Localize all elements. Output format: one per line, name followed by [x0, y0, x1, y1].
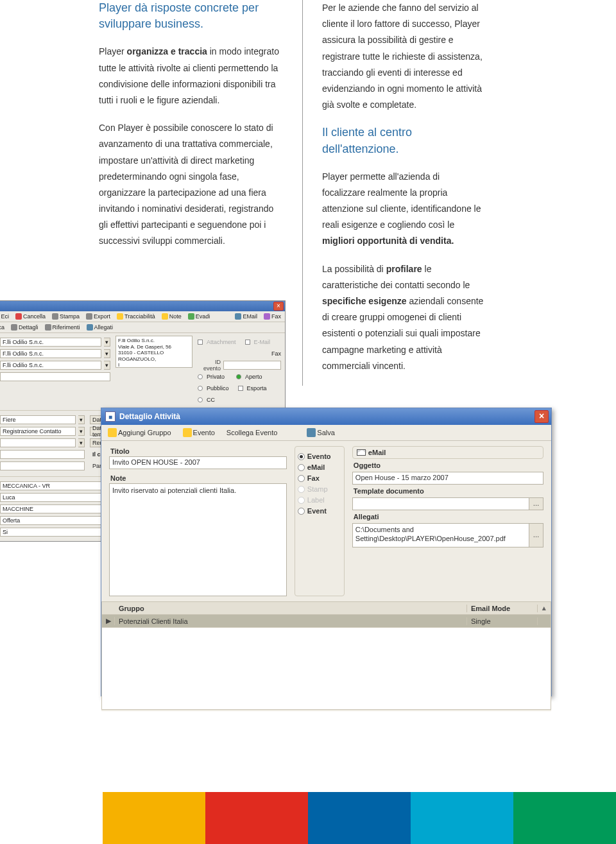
- check-icon: [188, 313, 194, 320]
- right-panel: eMail Oggetto Open House - 15 marzo 2007…: [352, 446, 543, 596]
- checkbox[interactable]: [198, 340, 203, 345]
- col-emailmode[interactable]: Email Mode: [467, 605, 538, 612]
- evadi-button[interactable]: Evadi: [188, 313, 210, 320]
- label: Anagrafica: [0, 324, 4, 331]
- note-button[interactable]: Note: [162, 313, 182, 320]
- radio-label[interactable]: Label: [298, 496, 341, 504]
- note-textarea[interactable]: Invito riservato ai potenziali clienti I…: [109, 483, 287, 596]
- radio-event[interactable]: Event: [298, 507, 341, 515]
- email-button[interactable]: EMail: [235, 313, 257, 320]
- label: Salva: [317, 429, 335, 436]
- app-icon: ■: [105, 411, 116, 422]
- radio[interactable]: [198, 386, 203, 391]
- tab-allegati[interactable]: Allegati: [87, 324, 114, 331]
- radio-fax[interactable]: Fax: [298, 474, 341, 482]
- label: Scollega Evento: [227, 429, 278, 436]
- grid-body-empty[interactable]: [101, 628, 551, 710]
- save-exit-button[interactable]: Salva ed Eci: [0, 313, 9, 320]
- contatto-field[interactable]: F.lli Odilio S.n.c.: [0, 349, 101, 358]
- checkbox[interactable]: [245, 340, 250, 345]
- template-input[interactable]: [352, 497, 529, 510]
- titlebar[interactable]: ■ Dettaglio Attività ×: [101, 408, 551, 425]
- lbl-template: Template documento: [354, 487, 543, 495]
- add-group-button[interactable]: Aggiungi Gruppo: [108, 428, 171, 437]
- radio-icon: [298, 464, 305, 471]
- titlebar[interactable]: vent ×: [0, 301, 285, 311]
- mail-icon: [235, 313, 241, 320]
- causa-field[interactable]: Fiere: [0, 415, 76, 424]
- label: eMail: [307, 463, 325, 471]
- label: Riferimenti: [53, 324, 80, 331]
- sede-field[interactable]: F.lli Odilio S.n.c.: [0, 361, 101, 370]
- text: aziendali consente di creare gruppi omog…: [322, 296, 483, 371]
- scollega-button[interactable]: Scollega Evento: [227, 429, 278, 436]
- trace-button[interactable]: Tracciabilità: [117, 313, 155, 320]
- dropdown-icon[interactable]: ▾: [104, 361, 110, 370]
- checkbox[interactable]: [238, 386, 243, 391]
- tab-anagrafica[interactable]: Anagrafica: [0, 324, 4, 331]
- tab-dettagli[interactable]: Dettagli: [11, 324, 38, 331]
- radio[interactable]: [198, 397, 203, 402]
- color-blue: [308, 792, 411, 844]
- evento-button[interactable]: Evento: [183, 428, 215, 437]
- aprogetti-field[interactable]: [0, 461, 85, 470]
- row-marker-icon: ▶: [102, 617, 115, 625]
- fax-icon: [264, 313, 270, 320]
- dropdown-icon[interactable]: ▾: [78, 415, 85, 424]
- col-gruppo[interactable]: Gruppo: [115, 605, 467, 612]
- radio-selected[interactable]: [236, 374, 241, 379]
- sort-icon[interactable]: ▴: [538, 604, 551, 612]
- fax-button[interactable]: Fax: [264, 313, 281, 320]
- oggetto-input[interactable]: Open House - 15 marzo 2007: [352, 472, 543, 485]
- label: Tracciabilità: [124, 313, 155, 320]
- label: EMail: [243, 313, 257, 320]
- mail-icon: [357, 449, 366, 456]
- radio-evento[interactable]: Evento: [298, 452, 341, 460]
- tipo-field[interactable]: Registrazione Contatto: [0, 427, 76, 436]
- radio-stamp[interactable]: Stamp: [298, 485, 341, 493]
- color-green: [513, 792, 616, 844]
- tab-riferimenti[interactable]: Riferimenti: [45, 324, 80, 331]
- save-button[interactable]: Salva: [307, 428, 335, 437]
- label: Export: [94, 313, 110, 320]
- event-icon: [183, 428, 192, 437]
- close-icon[interactable]: ×: [535, 410, 549, 423]
- lbl-privato: Privato: [207, 374, 225, 380]
- left-panel: Titolo Invito OPEN HOUSE - 2007 Note Inv…: [109, 446, 287, 596]
- cancel-button[interactable]: Cancella: [15, 313, 46, 320]
- responsabili-field[interactable]: [0, 372, 110, 381]
- allegati-box[interactable]: C:\Documents and Setting\Desktop\PLAYER\…: [352, 523, 529, 547]
- label: eMail: [368, 449, 386, 456]
- lbl-esporta: Esporta: [247, 385, 267, 392]
- window-title: Dettaglio Attività: [119, 412, 180, 421]
- lbl-idevento: ID evento: [198, 359, 221, 372]
- allegati-field: C:\Documents and Setting\Desktop\PLAYER\…: [352, 523, 543, 547]
- dropdown-icon[interactable]: ▾: [78, 427, 85, 436]
- browse-button[interactable]: …: [529, 497, 543, 510]
- lbl-cc: CC: [207, 397, 215, 403]
- idevento-field[interactable]: [223, 361, 281, 370]
- dropdown-icon[interactable]: ▾: [104, 349, 110, 358]
- stato-field[interactable]: [0, 438, 76, 447]
- close-icon[interactable]: ×: [273, 302, 284, 311]
- radio-email[interactable]: eMail: [298, 463, 341, 471]
- paragraph: Player permette all'azienda di focalizza…: [322, 169, 485, 250]
- dropdown-icon[interactable]: ▾: [78, 438, 85, 447]
- progetto-field[interactable]: [0, 450, 85, 459]
- lbl-pubblico: Pubblico: [207, 385, 229, 392]
- text-bold: organizza e traccia: [127, 46, 207, 56]
- dropdown-icon[interactable]: ▾: [104, 338, 110, 347]
- ref-icon: [45, 324, 51, 331]
- radio[interactable]: [198, 374, 203, 379]
- export-button[interactable]: Export: [86, 313, 110, 320]
- grid-row[interactable]: ▶ Potenziali Clienti Italia Single: [101, 615, 551, 628]
- browse-button[interactable]: …: [529, 523, 543, 547]
- oggetto-field[interactable]: F.lli Odilio S.n.c.: [0, 338, 101, 347]
- lbl-attachment: Attachment: [207, 339, 236, 345]
- titolo-input[interactable]: Invito OPEN HOUSE - 2007: [109, 456, 287, 469]
- heading-left: Player dà risposte concrete per sviluppa…: [99, 0, 282, 32]
- toolbar-main: Salva ed Eci Cancella Stampa Export Trac…: [0, 311, 285, 322]
- label: Dettagli: [19, 324, 38, 331]
- print-button[interactable]: Stampa: [52, 313, 80, 320]
- color-white: [0, 792, 103, 844]
